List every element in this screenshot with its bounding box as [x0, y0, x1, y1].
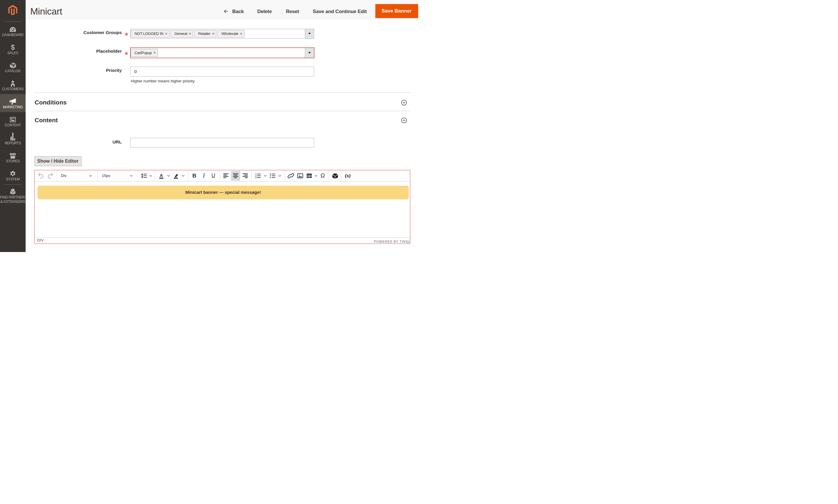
svg-text:3: 3 [255, 177, 257, 179]
svg-text:A: A [160, 173, 163, 178]
